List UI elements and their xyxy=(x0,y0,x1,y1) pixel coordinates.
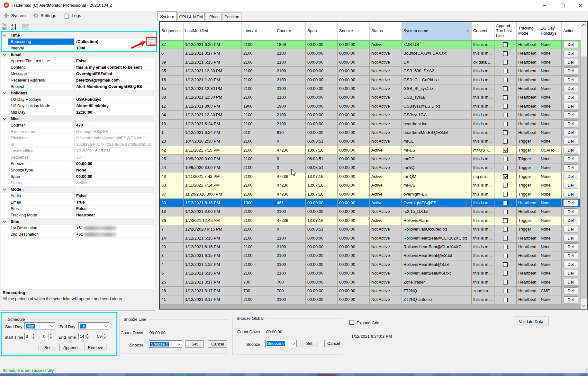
collapse-chevron-icon[interactable] xyxy=(3,92,6,95)
append-last-line-checkbox[interactable] xyxy=(503,60,508,65)
append-last-line-checkbox[interactable] xyxy=(503,104,508,109)
start-hour-stepper[interactable]: 3 xyxy=(24,333,36,340)
end-hour-stepper[interactable]: 14 xyxy=(78,333,90,340)
property-value[interactable]: Heartbeat xyxy=(75,212,155,218)
delete-row-button[interactable]: Del xyxy=(563,120,578,127)
property-row-snoozetype[interactable]: SnoozeTypeNone xyxy=(1,167,155,173)
property-value[interactable]: False xyxy=(75,205,155,212)
grid-header-action[interactable]: Action xyxy=(562,22,580,40)
property-row-mid-day[interactable]: Mid Day12:30:00 xyxy=(1,109,155,116)
grid-header-content[interactable]: Content xyxy=(472,22,494,40)
append-last-line-checkbox[interactable] xyxy=(503,139,508,144)
append-last-line-checkbox[interactable] xyxy=(503,130,508,135)
property-row-lastmodified[interactable]: LastModified1/12/2021 6:15 PM xyxy=(1,148,155,154)
property-row-email[interactable]: EmailTrue xyxy=(1,199,155,205)
append-last-line-checkbox[interactable] xyxy=(503,69,508,73)
snooze-global-cancel-button[interactable]: Cancel xyxy=(324,340,343,347)
delete-row-button[interactable]: Del xyxy=(563,50,578,57)
end-day-select[interactable]: Fri xyxy=(78,322,109,329)
grid-header-status[interactable]: Status xyxy=(370,22,402,40)
property-row-tracking-mode[interactable]: Tracking ModeHeartbeat xyxy=(1,212,155,218)
append-last-line-checkbox[interactable] xyxy=(503,42,508,47)
append-last-line-checkbox[interactable] xyxy=(503,218,508,223)
property-row-filename[interactable]: FileNameC:\alertmon\hb\OvernightES@ES.tx… xyxy=(1,135,155,141)
property-value[interactable]: 1/12/2021 6:15 PM xyxy=(75,148,155,154)
schedule-append-button[interactable]: Append xyxy=(59,344,81,351)
property-value[interactable]: OvernightES@ES xyxy=(75,128,155,135)
delete-row-button[interactable]: Del xyxy=(563,67,578,74)
grid-row-rolloveralarm[interactable]: 361/7/2021 12:46 AM21004723613:07:1600:0… xyxy=(160,216,581,225)
grid-row-mr-es[interactable]: 421/11/2021 7:15 PM21004723613:07:1600:0… xyxy=(160,146,581,155)
tab-ping[interactable]: Ping xyxy=(205,13,222,21)
grid-header-counter[interactable]: Counter xyxy=(275,22,306,40)
append-last-line-checkbox[interactable] xyxy=(503,298,508,302)
append-last-line-checkbox[interactable] xyxy=(503,254,508,258)
grid-row-bouncedax-fdax-txt[interactable]: 61/12/2021 3:17 PM2100210000:00:0000:00:… xyxy=(160,49,581,58)
spin-down-icon[interactable] xyxy=(85,337,90,340)
delete-row-button[interactable]: Del xyxy=(563,76,578,83)
property-value[interactable]: C:\alertmon\hb\OvernightES@ES.txt xyxy=(75,135,155,141)
grid-row-zonetrader[interactable]: 261/12/2021 3:17 PM70070000:00:0000:00:0… xyxy=(160,278,581,287)
append-last-line-checkbox[interactable] xyxy=(503,201,508,205)
grid-header-sequence[interactable]: Sequence xyxy=(160,22,184,40)
grid-row-heartbeat-log[interactable]: 181/12/2021 6:24 PM2100210000:00:0000:00… xyxy=(160,120,581,128)
property-row-span[interactable]: Span00:00:00 xyxy=(1,173,155,180)
end-minute-stepper[interactable]: 59 xyxy=(96,333,107,340)
property-value[interactable]: Alarm till midday xyxy=(75,103,155,109)
menu-item-settings[interactable]: Settings xyxy=(33,11,56,21)
property-row-audio[interactable]: AudioFalse xyxy=(1,193,155,199)
delete-row-button[interactable]: Del xyxy=(563,208,578,215)
grid-header-snooze[interactable]: Snooze xyxy=(338,22,370,40)
maximize-button[interactable] xyxy=(555,0,570,11)
delete-row-button[interactable]: Del xyxy=(563,111,578,118)
property-value[interactable]: +61 xyxy=(75,231,155,238)
append-last-line-checkbox[interactable] xyxy=(503,148,508,153)
property-value[interactable]: 12:30:00 xyxy=(75,109,155,116)
property-value[interactable]: peterzwag@gmail.com xyxy=(75,77,155,83)
grid-row-zt2nq-antonio[interactable]: 411/12/2021 3:17 PM2100210000:00:0000:00… xyxy=(160,295,581,304)
property-row-subject[interactable]: SubjectAlert Monitoring OvernightES@ES xyxy=(1,83,155,90)
collapse-chevron-icon[interactable] xyxy=(3,220,6,223)
grid-row-mrnq[interactable]: 2410/9/2020 3:00 PM2100006:03:5100:00:00… xyxy=(160,163,581,172)
property-value[interactable]: None xyxy=(75,167,155,173)
property-value[interactable]: +61 xyxy=(75,225,155,231)
append-last-line-checkbox[interactable] xyxy=(503,86,508,91)
append-last-line-checkbox[interactable] xyxy=(503,174,508,179)
grid-row-gsb-cl-copld-txt[interactable]: 161/12/2021 1:30 PM2100210000:00:0000:00… xyxy=(160,76,581,84)
grid-row-overnight-es[interactable]: 3711/20/2020 3:00 PM21004723613:07:1600:… xyxy=(160,190,581,199)
grid-header-span[interactable]: Span xyxy=(306,22,338,40)
snooze-line-select[interactable]: Snooze 5 xyxy=(149,340,182,348)
delete-row-button[interactable]: Del xyxy=(563,59,578,66)
categorized-view-icon[interactable] xyxy=(2,23,9,30)
delete-row-button[interactable]: Del xyxy=(563,270,578,277)
menu-item-logs[interactable]: Logs xyxy=(64,11,81,21)
grid-row-rolloverheartbeat-s-txt[interactable]: 41/12/2021 1:22 PM2100210000:00:0000:00:… xyxy=(160,260,581,269)
snooze-global-select[interactable]: Snooze 5 xyxy=(265,340,297,347)
tab-position[interactable]: Position xyxy=(222,13,241,21)
minimize-button[interactable] xyxy=(537,0,552,11)
property-value[interactable]: Active xyxy=(75,180,155,186)
grid-vertical-scrollbar[interactable] xyxy=(581,22,587,309)
validate-data-button[interactable]: Validate Data xyxy=(514,317,548,326)
grid-row-gsb-630-sys2[interactable]: 351/12/2021 12:30 PM2100210000:00:0000:0… xyxy=(160,67,581,75)
grid-row-zt2nq[interactable]: 281/12/2021 3:17 PM70070000:00:0000:00:0… xyxy=(160,287,581,295)
grid-row-rc2-15-dx-txt[interactable]: 131/12/2021 3:00 PM2100210000:00:0000:00… xyxy=(160,207,581,216)
spin-down-icon[interactable] xyxy=(31,337,36,340)
grid-header-interval[interactable]: Interval xyxy=(242,22,275,40)
grid-header-1-2-day-holidays[interactable]: 1/2 Day Holidays xyxy=(539,22,562,40)
delete-row-button[interactable]: Del xyxy=(563,226,578,233)
delete-row-button[interactable]: Del xyxy=(563,129,578,136)
scrollbar-up-arrow[interactable] xyxy=(581,22,587,28)
grid-row-gsb-sys1b[interactable]: 381/12/2021 12:30 PM2100210000:00:0000:0… xyxy=(160,93,581,102)
grid-row-rolloverheartbeat-cl-102xc-txt[interactable]: 141/12/2021 6:15 PM2100210000:00:0000:00… xyxy=(160,234,581,243)
grid-row-mrgc[interactable]: 2510/9/2020 3:00 PM2100006:03:5100:00:00… xyxy=(160,155,581,163)
spin-up-icon[interactable] xyxy=(49,333,53,337)
collapse-chevron-icon[interactable] xyxy=(3,53,6,56)
property-row-sequence[interactable]: Sequence30 xyxy=(1,154,155,161)
delete-row-button[interactable]: Del xyxy=(563,191,578,198)
snooze-global-set-button[interactable]: Set xyxy=(301,340,318,347)
property-row-1-2-day-holidays[interactable]: 1/2 Day HolidaysUSAHolidays xyxy=(1,96,155,103)
grid-row-rolloverhasoccured-txt[interactable]: 712/28/2020 9:15 PM2100006:03:5100:00:00… xyxy=(160,225,581,234)
delete-row-button[interactable]: Del xyxy=(563,182,578,189)
property-value[interactable]: this is my email content to be sent xyxy=(75,64,155,71)
